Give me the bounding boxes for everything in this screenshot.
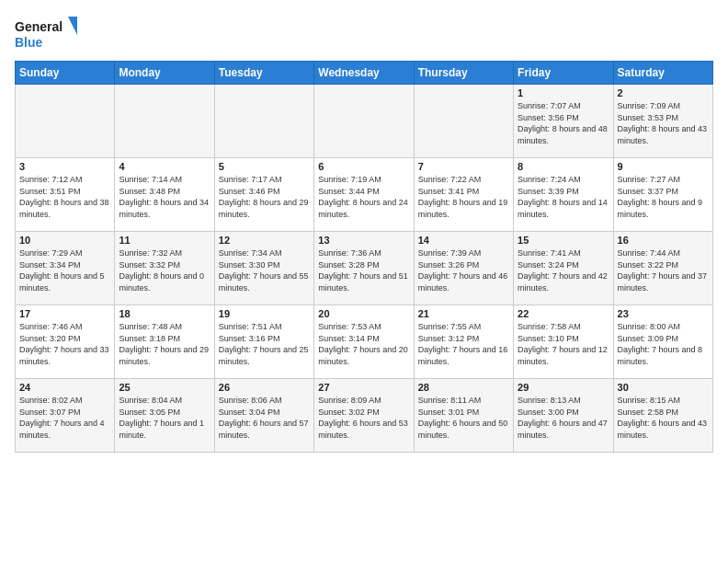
day-info: Sunrise: 7:48 AM Sunset: 3:18 PM Dayligh… [119, 321, 210, 367]
weekday-header-thursday: Thursday [414, 62, 513, 85]
calendar-cell: 4Sunrise: 7:14 AM Sunset: 3:48 PM Daylig… [115, 158, 214, 232]
calendar-cell: 17Sunrise: 7:46 AM Sunset: 3:20 PM Dayli… [16, 305, 115, 379]
calendar-cell [16, 85, 115, 158]
day-info: Sunrise: 7:22 AM Sunset: 3:41 PM Dayligh… [418, 174, 509, 220]
svg-text:General: General [15, 19, 63, 34]
logo: General Blue [15, 15, 79, 52]
day-info: Sunrise: 7:32 AM Sunset: 3:32 PM Dayligh… [119, 247, 210, 293]
day-info: Sunrise: 7:19 AM Sunset: 3:44 PM Dayligh… [318, 174, 409, 220]
day-info: Sunrise: 7:39 AM Sunset: 3:26 PM Dayligh… [418, 247, 509, 293]
calendar-cell: 19Sunrise: 7:51 AM Sunset: 3:16 PM Dayli… [214, 305, 313, 379]
day-info: Sunrise: 7:46 AM Sunset: 3:20 PM Dayligh… [19, 321, 110, 367]
calendar-cell: 15Sunrise: 7:41 AM Sunset: 3:24 PM Dayli… [514, 232, 613, 305]
calendar-cell [115, 85, 214, 158]
calendar-cell: 22Sunrise: 7:58 AM Sunset: 3:10 PM Dayli… [514, 305, 613, 379]
calendar-cell: 2Sunrise: 7:09 AM Sunset: 3:53 PM Daylig… [613, 85, 712, 158]
calendar-cell: 29Sunrise: 8:13 AM Sunset: 3:00 PM Dayli… [514, 379, 613, 453]
day-info: Sunrise: 8:02 AM Sunset: 3:07 PM Dayligh… [19, 395, 110, 441]
calendar-cell: 13Sunrise: 7:36 AM Sunset: 3:28 PM Dayli… [314, 232, 414, 305]
day-number: 22 [518, 308, 609, 319]
day-number: 4 [119, 161, 210, 172]
calendar-cell: 26Sunrise: 8:06 AM Sunset: 3:04 PM Dayli… [214, 379, 313, 453]
day-info: Sunrise: 7:12 AM Sunset: 3:51 PM Dayligh… [19, 174, 110, 220]
day-info: Sunrise: 7:41 AM Sunset: 3:24 PM Dayligh… [518, 247, 609, 293]
day-info: Sunrise: 7:14 AM Sunset: 3:48 PM Dayligh… [119, 174, 210, 220]
day-number: 28 [418, 382, 509, 393]
day-info: Sunrise: 8:15 AM Sunset: 2:58 PM Dayligh… [618, 395, 709, 441]
day-number: 14 [418, 235, 509, 246]
day-info: Sunrise: 7:58 AM Sunset: 3:10 PM Dayligh… [518, 321, 609, 367]
weekday-header-friday: Friday [514, 62, 613, 85]
day-number: 23 [618, 308, 709, 319]
calendar-week-row: 10Sunrise: 7:29 AM Sunset: 3:34 PM Dayli… [16, 232, 713, 305]
calendar-cell [414, 85, 513, 158]
day-number: 1 [518, 87, 609, 98]
calendar-cell [314, 85, 414, 158]
day-number: 29 [518, 382, 609, 393]
calendar-cell: 7Sunrise: 7:22 AM Sunset: 3:41 PM Daylig… [414, 158, 513, 232]
calendar-cell: 24Sunrise: 8:02 AM Sunset: 3:07 PM Dayli… [16, 379, 115, 453]
weekday-header-tuesday: Tuesday [214, 62, 313, 85]
day-number: 2 [618, 87, 709, 98]
calendar-cell: 27Sunrise: 8:09 AM Sunset: 3:02 PM Dayli… [314, 379, 414, 453]
weekday-header-row: SundayMondayTuesdayWednesdayThursdayFrid… [16, 62, 713, 85]
day-number: 7 [418, 161, 509, 172]
calendar-cell: 6Sunrise: 7:19 AM Sunset: 3:44 PM Daylig… [314, 158, 414, 232]
svg-text:Blue: Blue [15, 35, 43, 50]
day-number: 27 [318, 382, 409, 393]
day-info: Sunrise: 7:07 AM Sunset: 3:56 PM Dayligh… [518, 100, 609, 146]
day-info: Sunrise: 8:09 AM Sunset: 3:02 PM Dayligh… [318, 395, 409, 441]
weekday-header-saturday: Saturday [613, 62, 712, 85]
day-number: 11 [119, 235, 210, 246]
calendar-table: SundayMondayTuesdayWednesdayThursdayFrid… [15, 61, 713, 453]
header: General Blue [15, 15, 713, 52]
day-number: 10 [19, 235, 110, 246]
day-info: Sunrise: 7:27 AM Sunset: 3:37 PM Dayligh… [618, 174, 709, 220]
day-info: Sunrise: 8:13 AM Sunset: 3:00 PM Dayligh… [518, 395, 609, 441]
day-info: Sunrise: 7:34 AM Sunset: 3:30 PM Dayligh… [219, 247, 310, 293]
calendar-cell: 28Sunrise: 8:11 AM Sunset: 3:01 PM Dayli… [414, 379, 513, 453]
calendar-cell: 25Sunrise: 8:04 AM Sunset: 3:05 PM Dayli… [115, 379, 214, 453]
day-info: Sunrise: 8:11 AM Sunset: 3:01 PM Dayligh… [418, 395, 509, 441]
calendar-week-row: 17Sunrise: 7:46 AM Sunset: 3:20 PM Dayli… [16, 305, 713, 379]
calendar-cell: 10Sunrise: 7:29 AM Sunset: 3:34 PM Dayli… [16, 232, 115, 305]
day-number: 30 [618, 382, 709, 393]
svg-marker-2 [68, 17, 77, 35]
day-info: Sunrise: 8:04 AM Sunset: 3:05 PM Dayligh… [119, 395, 210, 441]
calendar-cell: 1Sunrise: 7:07 AM Sunset: 3:56 PM Daylig… [514, 85, 613, 158]
calendar-cell: 3Sunrise: 7:12 AM Sunset: 3:51 PM Daylig… [16, 158, 115, 232]
calendar-cell: 30Sunrise: 8:15 AM Sunset: 2:58 PM Dayli… [613, 379, 712, 453]
day-info: Sunrise: 7:17 AM Sunset: 3:46 PM Dayligh… [219, 174, 310, 220]
calendar-cell: 8Sunrise: 7:24 AM Sunset: 3:39 PM Daylig… [514, 158, 613, 232]
day-info: Sunrise: 8:00 AM Sunset: 3:09 PM Dayligh… [618, 321, 709, 367]
day-info: Sunrise: 7:09 AM Sunset: 3:53 PM Dayligh… [618, 100, 709, 146]
day-number: 5 [219, 161, 310, 172]
day-number: 12 [219, 235, 310, 246]
calendar-cell: 23Sunrise: 8:00 AM Sunset: 3:09 PM Dayli… [613, 305, 712, 379]
calendar-cell: 16Sunrise: 7:44 AM Sunset: 3:22 PM Dayli… [613, 232, 712, 305]
day-number: 8 [518, 161, 609, 172]
day-number: 20 [318, 308, 409, 319]
day-number: 16 [618, 235, 709, 246]
day-number: 18 [119, 308, 210, 319]
calendar-cell: 5Sunrise: 7:17 AM Sunset: 3:46 PM Daylig… [214, 158, 313, 232]
day-number: 19 [219, 308, 310, 319]
calendar-week-row: 3Sunrise: 7:12 AM Sunset: 3:51 PM Daylig… [16, 158, 713, 232]
day-number: 15 [518, 235, 609, 246]
day-number: 26 [219, 382, 310, 393]
day-info: Sunrise: 8:06 AM Sunset: 3:04 PM Dayligh… [219, 395, 310, 441]
day-number: 13 [318, 235, 409, 246]
day-info: Sunrise: 7:53 AM Sunset: 3:14 PM Dayligh… [318, 321, 409, 367]
day-info: Sunrise: 7:44 AM Sunset: 3:22 PM Dayligh… [618, 247, 709, 293]
day-info: Sunrise: 7:24 AM Sunset: 3:39 PM Dayligh… [518, 174, 609, 220]
day-number: 6 [318, 161, 409, 172]
calendar-cell: 14Sunrise: 7:39 AM Sunset: 3:26 PM Dayli… [414, 232, 513, 305]
calendar-cell: 12Sunrise: 7:34 AM Sunset: 3:30 PM Dayli… [214, 232, 313, 305]
calendar-cell: 9Sunrise: 7:27 AM Sunset: 3:37 PM Daylig… [613, 158, 712, 232]
day-info: Sunrise: 7:51 AM Sunset: 3:16 PM Dayligh… [219, 321, 310, 367]
page: General Blue SundayMondayTuesdayWednesda… [0, 0, 728, 563]
day-number: 17 [19, 308, 110, 319]
day-number: 21 [418, 308, 509, 319]
calendar-week-row: 1Sunrise: 7:07 AM Sunset: 3:56 PM Daylig… [16, 85, 713, 158]
calendar-cell [214, 85, 313, 158]
